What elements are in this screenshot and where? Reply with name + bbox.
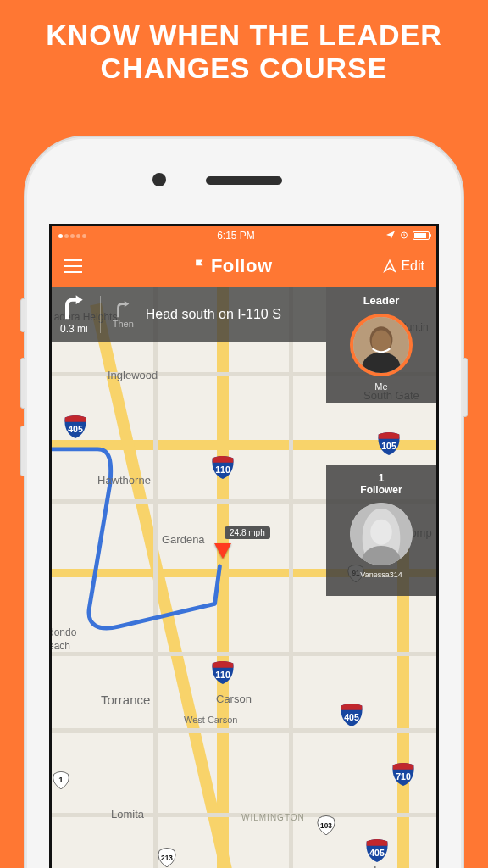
alarm-icon [399, 230, 409, 242]
map-label: Torrance [101, 693, 150, 707]
turn-right-icon [114, 300, 132, 319]
turn-distance: 0.3 mi [60, 323, 88, 335]
phone-mute-switch [20, 298, 25, 332]
interstate-shield-icon: 110 [211, 660, 235, 684]
map-label: WILMINGTON [241, 813, 305, 822]
turn-right-icon [60, 294, 87, 321]
svg-text:405: 405 [369, 848, 385, 858]
follower-avatar[interactable] [350, 503, 413, 565]
route-icon [382, 259, 397, 274]
phone-volume-up [20, 358, 25, 409]
svg-text:213: 213 [161, 854, 173, 862]
svg-text:1: 1 [58, 775, 64, 784]
then-label: Then [113, 319, 134, 329]
map-label: Long Beach [374, 864, 436, 868]
svg-text:710: 710 [396, 771, 411, 782]
svg-text:103: 103 [320, 822, 332, 830]
map-label: Gardena [162, 533, 205, 546]
map-label: Inglewood [108, 369, 158, 381]
svg-text:405: 405 [68, 424, 83, 434]
leader-name: Me [326, 381, 436, 392]
leader-title: Leader [326, 294, 436, 307]
follower-count-label: Follower [326, 484, 436, 496]
signal-strength-icon [58, 234, 86, 238]
phone-front-camera [152, 173, 166, 186]
map-label: West Carson [184, 715, 237, 725]
phone-speaker [206, 176, 282, 185]
road-i405 [90, 303, 258, 868]
direction-banner: 0.3 mi Then Head south on I-110 S [52, 287, 326, 342]
map-label: dondo [49, 626, 76, 638]
direction-instruction: Head south on I-110 S [146, 307, 281, 322]
status-bar: 6:15 PM [52, 226, 436, 245]
speed-badge: 24.8 mph [225, 526, 270, 539]
svg-text:110: 110 [215, 465, 230, 475]
state-route-shield-icon: 213 [157, 847, 177, 867]
svg-text:110: 110 [215, 670, 230, 680]
phone-frame: 6:15 PM Follow [24, 136, 464, 868]
interstate-shield-icon: 110 [211, 455, 235, 479]
follower-name: Vanessa314 [326, 570, 436, 579]
status-time: 6:15 PM [217, 230, 255, 242]
road-minor [52, 652, 436, 656]
road-minor [289, 287, 293, 868]
menu-button[interactable] [64, 259, 82, 273]
state-route-shield-icon: 1 [52, 771, 70, 789]
app-header: Follow Edit [52, 245, 436, 287]
app-title: Follow [192, 255, 273, 277]
map-view[interactable]: 24.8 mph Ladera Heights Inglewood Hawtho… [52, 287, 436, 868]
map-label: each [49, 640, 70, 652]
svg-text:105: 105 [381, 441, 396, 451]
leader-panel[interactable]: Leader Me [326, 287, 436, 403]
leader-avatar[interactable] [350, 314, 413, 376]
follower-count: 1 [326, 472, 436, 484]
phone-power-button [463, 358, 468, 417]
interstate-shield-icon: 405 [64, 415, 87, 438]
map-label: Hawthorne [97, 474, 151, 487]
interstate-shield-icon: 405 [365, 838, 389, 862]
battery-icon [413, 231, 430, 240]
edit-button[interactable]: Edit [382, 259, 424, 274]
promo-headline: KNOW WHEN THE LEADER CHANGES COURSE [0, 0, 488, 85]
interstate-shield-icon: 405 [340, 703, 363, 726]
current-location-marker [214, 543, 231, 559]
state-route-shield-icon: 103 [316, 815, 336, 835]
map-label: Carson [216, 693, 252, 705]
followers-panel[interactable]: 1 Follower Vanessa314 [326, 465, 436, 596]
phone-volume-down [20, 426, 25, 476]
interstate-shield-icon: 710 [391, 762, 415, 786]
phone-screen: 6:15 PM Follow [49, 224, 439, 868]
flag-icon [192, 256, 209, 276]
divider [100, 296, 101, 333]
road-minor [52, 728, 436, 733]
svg-text:405: 405 [344, 712, 359, 722]
location-icon [385, 230, 396, 242]
map-label: Lomita [111, 808, 144, 821]
interstate-shield-icon: 105 [377, 431, 401, 455]
svg-point-17 [370, 520, 391, 545]
